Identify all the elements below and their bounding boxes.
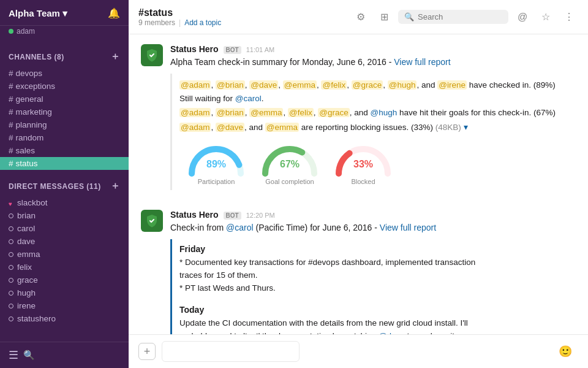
mention-carol-msg2: @carol bbox=[226, 223, 254, 232]
card-line-1: @adam, @brian, @dave, @emma, @felix, @gr… bbox=[179, 79, 568, 105]
today-text: Update the CI documentation with the det… bbox=[179, 317, 568, 334]
svg-text:89%: 89% bbox=[206, 159, 226, 169]
sidebar-item-status[interactable]: #status bbox=[0, 157, 129, 170]
message-1-text: Alpha Team check-in summary for Monday, … bbox=[170, 56, 576, 69]
message-1-header: Status Hero BOT 11:01 AM bbox=[170, 44, 576, 54]
channels-count: (8) bbox=[55, 53, 64, 61]
add-channel-icon[interactable]: ＋ bbox=[110, 50, 121, 63]
bell-icon[interactable]: 🔔 bbox=[108, 7, 120, 19]
search-box[interactable]: 🔍 bbox=[398, 10, 508, 24]
dm-item-hugh[interactable]: hugh bbox=[0, 286, 129, 299]
header-actions: ⚙ ⊞ 🔍 @ ☆ ⋮ bbox=[352, 8, 578, 26]
member-count: 9 members bbox=[138, 18, 175, 27]
sidebar-item-random[interactable]: #random bbox=[0, 131, 129, 144]
view-report-link-2[interactable]: View full report bbox=[380, 223, 436, 232]
dm-item-statushero[interactable]: statushero bbox=[0, 312, 129, 325]
timestamp-1: 11:01 AM bbox=[246, 46, 274, 53]
dm-item-grace[interactable]: grace bbox=[0, 274, 129, 286]
mention-hugh-2: @hugh bbox=[370, 108, 397, 117]
dm-item-slackbot[interactable]: ♥slackbot bbox=[0, 196, 129, 209]
gauge-blocked: 33% Blocked bbox=[326, 140, 400, 185]
dm-count: (11) bbox=[86, 182, 100, 191]
dm-item-irene[interactable]: irene bbox=[0, 299, 129, 312]
gauge-svg-blocked: 33% bbox=[333, 140, 394, 177]
add-dm-icon[interactable]: ＋ bbox=[110, 180, 121, 193]
bot-badge-1: BOT bbox=[224, 46, 241, 54]
sidebar-menu-icon[interactable]: ☰ bbox=[9, 348, 18, 362]
dm-item-felix[interactable]: felix bbox=[0, 261, 129, 274]
mention-brian-1: @brian bbox=[216, 80, 245, 90]
star-icon-btn[interactable]: ☆ bbox=[537, 8, 555, 26]
dm-item-carol[interactable]: carol bbox=[0, 222, 129, 235]
sidebar-item-sales[interactable]: #sales bbox=[0, 144, 129, 157]
more-icon-btn[interactable]: ⋮ bbox=[560, 8, 578, 26]
settings-icon-btn[interactable]: ⚙ bbox=[352, 8, 370, 26]
gauge-participation: 89% Participation bbox=[179, 140, 253, 185]
channel-title: #status bbox=[138, 7, 344, 18]
message-input-wrap: 🙂 bbox=[162, 341, 578, 362]
main-content: #status 9 members | Add a topic ⚙ ⊞ 🔍 @ … bbox=[129, 0, 588, 368]
messages-area: Status Hero BOT 11:01 AM Alpha Team chec… bbox=[129, 34, 588, 334]
sender-1: Status Hero bbox=[170, 44, 219, 54]
mention-grace-1: @grace bbox=[352, 80, 383, 90]
online-indicator bbox=[9, 29, 13, 34]
card-line-2: @adam, @brian, @emma, @felix, @grace, an… bbox=[179, 106, 568, 120]
layout-icon-btn[interactable]: ⊞ bbox=[375, 8, 393, 26]
channels-section: CHANNELS (8) ＋ #devops #exceptions #gene… bbox=[0, 40, 129, 172]
mention-brian-2: @brian bbox=[216, 108, 245, 117]
input-bar: + 🙂 bbox=[129, 334, 588, 368]
mention-grace-2: @grace bbox=[318, 108, 349, 117]
status-hero-avatar-2 bbox=[141, 210, 163, 232]
sidebar-item-planning[interactable]: #planning bbox=[0, 118, 129, 131]
workspace-name[interactable]: Alpha Team ▾ bbox=[9, 8, 67, 19]
friday-text: * Documented key transactions for #devop… bbox=[179, 256, 568, 295]
timestamp-2: 12:20 PM bbox=[246, 212, 275, 219]
dm-label: DIRECT MESSAGES (11) bbox=[9, 182, 101, 191]
sidebar-item-general[interactable]: #general bbox=[0, 93, 129, 105]
dm-item-dave[interactable]: dave bbox=[0, 235, 129, 248]
dm-section: DIRECT MESSAGES (11) ＋ ♥slackbot brian c… bbox=[0, 172, 129, 328]
user-status: adam bbox=[0, 26, 129, 40]
sender-2: Status Hero bbox=[170, 210, 219, 220]
gauge-label-participation: Participation bbox=[198, 178, 235, 185]
gauge-svg-goal: 67% bbox=[259, 140, 320, 177]
channels-label: CHANNELS (8) bbox=[9, 53, 64, 61]
sidebar: Alpha Team ▾ 🔔 adam CHANNELS (8) ＋ #devo… bbox=[0, 0, 129, 368]
emoji-button[interactable]: 🙂 bbox=[559, 345, 572, 358]
sidebar-footer: ☰ 🔍 bbox=[0, 342, 129, 368]
mention-dave-3: @dave bbox=[216, 123, 244, 132]
sidebar-item-exceptions[interactable]: #exceptions bbox=[0, 80, 129, 93]
message-2-content: Status Hero BOT 12:20 PM Check-in from @… bbox=[170, 210, 576, 334]
gauge-label-blocked: Blocked bbox=[351, 178, 375, 185]
channel-header: #status 9 members | Add a topic ⚙ ⊞ 🔍 @ … bbox=[129, 0, 588, 34]
at-icon-btn[interactable]: @ bbox=[513, 8, 532, 26]
gauges-row: 89% Participation 67% Goal completion bbox=[179, 140, 568, 185]
dm-header: DIRECT MESSAGES (11) ＋ bbox=[0, 180, 129, 196]
channel-meta: 9 members | Add a topic bbox=[138, 18, 344, 27]
svg-text:67%: 67% bbox=[280, 159, 300, 169]
message-1: Status Hero BOT 11:01 AM Alpha Team chec… bbox=[141, 44, 576, 195]
dm-item-brian[interactable]: brian bbox=[0, 209, 129, 222]
message-input[interactable] bbox=[162, 341, 300, 362]
channels-header: CHANNELS (8) ＋ bbox=[0, 50, 129, 67]
add-topic-link[interactable]: Add a topic bbox=[184, 18, 221, 27]
view-report-link-1[interactable]: View full report bbox=[394, 57, 450, 67]
mention-adam-1: @adam bbox=[179, 80, 211, 90]
sidebar-item-devops[interactable]: #devops bbox=[0, 67, 129, 80]
status-hero-avatar-1 bbox=[141, 44, 163, 66]
sidebar-item-marketing[interactable]: #marketing bbox=[0, 105, 129, 118]
message-1-content: Status Hero BOT 11:01 AM Alpha Team chec… bbox=[170, 44, 576, 195]
message-2-header: Status Hero BOT 12:20 PM bbox=[170, 210, 576, 220]
gauge-label-goal: Goal completion bbox=[265, 178, 314, 185]
attach-button[interactable]: + bbox=[138, 343, 156, 360]
sidebar-search-icon[interactable]: 🔍 bbox=[23, 350, 35, 361]
channel-title-area: #status 9 members | Add a topic bbox=[138, 7, 344, 27]
username: adam bbox=[17, 27, 35, 36]
mention-felix-1: @felix bbox=[321, 80, 347, 90]
dm-item-emma[interactable]: emma bbox=[0, 248, 129, 261]
mention-irene-1: @irene bbox=[437, 80, 467, 90]
mention-emma-1: @emma bbox=[283, 80, 317, 90]
search-input[interactable] bbox=[418, 12, 502, 21]
workspace-chevron: ▾ bbox=[62, 8, 67, 19]
gauge-goal: 67% Goal completion bbox=[253, 140, 326, 185]
